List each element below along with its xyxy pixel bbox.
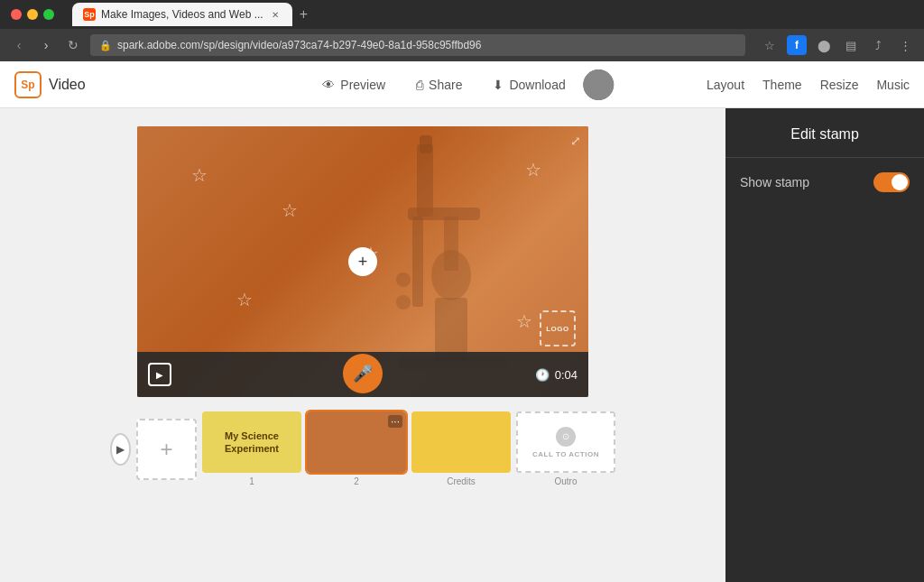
title-bar: Sp Make Images, Videos and Web ... ✕ + (0, 0, 924, 29)
address-text: spark.adobe.com/sp/design/video/a973ca74… (117, 39, 481, 51)
timeline-play-button[interactable]: ▶ (110, 433, 131, 466)
video-controls: ▶ 🎤 🕐 0:04 (137, 352, 588, 397)
refresh-button[interactable]: ↻ (63, 35, 83, 55)
slide-outro-background: ⊙ CALL TO ACTION (516, 411, 615, 473)
show-stamp-toggle[interactable] (873, 172, 910, 192)
slide-credits-label: Credits (447, 476, 476, 486)
tab-favicon: Sp (83, 8, 96, 21)
address-bar[interactable]: 🔒 spark.adobe.com/sp/design/video/a973ca… (90, 34, 745, 56)
show-stamp-label: Show stamp (740, 175, 809, 189)
slide-2-label: 2 (354, 476, 359, 486)
back-button[interactable]: ‹ (9, 35, 29, 55)
expand-icon[interactable]: ⤢ (570, 134, 581, 148)
slide-1[interactable]: My ScienceExperiment 1 (202, 411, 301, 486)
video-preview: ☆ ☆ ☆ ☆ ☆ ☆ + LOGO ⤢ ▶ 🎤 (137, 126, 588, 397)
slide-1-text: My ScienceExperiment (225, 430, 279, 456)
slide-credits-background (411, 411, 511, 473)
share-icon[interactable]: ⤴ (868, 35, 888, 55)
add-slide-button[interactable]: + (136, 419, 197, 480)
avatar-image (584, 69, 614, 100)
canvas-area: ☆ ☆ ☆ ☆ ☆ ☆ + LOGO ⤢ ▶ 🎤 (0, 108, 725, 582)
svg-point-3 (431, 250, 471, 300)
close-window-button[interactable] (11, 9, 22, 20)
slide-outro-thumbnail: ⊙ CALL TO ACTION (516, 411, 615, 473)
show-stamp-row: Show stamp (725, 158, 924, 207)
layout-nav-item[interactable]: Layout (707, 78, 744, 92)
toggle-knob (892, 174, 908, 190)
call-to-action-icon: ⊙ (556, 427, 576, 447)
app-container: Sp Video 👁 Preview ⎙ Share ⬇ Download La… (0, 61, 924, 582)
share-icon: ⎙ (416, 78, 423, 92)
add-content-button[interactable]: + (348, 247, 377, 276)
share-button[interactable]: ⎙ Share (403, 72, 475, 97)
clock-icon: 🕐 (535, 368, 550, 382)
download-icon: ⬇ (493, 78, 504, 92)
music-nav-item[interactable]: Music (876, 78, 910, 92)
right-panel: Edit stamp Show stamp (725, 108, 924, 582)
slide-outro[interactable]: ⊙ CALL TO ACTION Outro (516, 411, 615, 486)
resize-nav-item[interactable]: Resize (820, 78, 859, 92)
tab-bar: Sp Make Images, Videos and Web ... ✕ + (72, 3, 913, 26)
slide-outro-label: Outro (554, 476, 577, 486)
logo-stamp[interactable]: LOGO (540, 310, 576, 346)
bookmark-icon[interactable]: ☆ (760, 35, 780, 55)
facebook-icon[interactable]: f (787, 35, 807, 55)
maximize-window-button[interactable] (43, 9, 54, 20)
eye-icon: 👁 (322, 78, 335, 92)
play-button[interactable]: ▶ (148, 363, 171, 386)
app-header: Sp Video 👁 Preview ⎙ Share ⬇ Download La… (0, 61, 924, 108)
theme-nav-item[interactable]: Theme (762, 78, 802, 92)
lock-icon: 🔒 (99, 40, 112, 51)
panel-title: Edit stamp (725, 108, 924, 158)
active-tab[interactable]: Sp Make Images, Videos and Web ... ✕ (72, 3, 292, 26)
forward-button[interactable]: › (36, 35, 56, 55)
header-right-nav: Layout Theme Resize Music (598, 78, 910, 92)
header-center-actions: 👁 Preview ⎙ Share ⬇ Download (310, 69, 614, 100)
slide-2-thumbnail: ··· (307, 411, 406, 473)
slide-credits[interactable]: Credits (411, 411, 511, 486)
slide-more-button[interactable]: ··· (388, 415, 402, 428)
download-button[interactable]: ⬇ Download (480, 72, 578, 97)
traffic-lights (11, 9, 54, 20)
svg-rect-7 (412, 217, 423, 307)
slide-2[interactable]: ··· 2 (307, 411, 406, 486)
svg-rect-6 (420, 135, 432, 153)
extensions-icon[interactable]: ⬤ (814, 35, 834, 55)
minimize-window-button[interactable] (27, 9, 38, 20)
user-avatar[interactable] (584, 69, 614, 100)
tab-title: Make Images, Videos and Web ... (101, 8, 263, 21)
svg-point-9 (396, 295, 411, 309)
app-name: Video (49, 77, 86, 93)
main-area: ☆ ☆ ☆ ☆ ☆ ☆ + LOGO ⤢ ▶ 🎤 (0, 108, 924, 582)
tab-close-button[interactable]: ✕ (269, 8, 282, 21)
cast-icon[interactable]: ▤ (841, 35, 861, 55)
timeline: ▶ + My ScienceExperiment 1 (101, 411, 624, 486)
browser-actions: ☆ f ⬤ ▤ ⤴ ⋮ (760, 35, 915, 55)
svg-point-8 (396, 273, 411, 287)
microphone-button[interactable]: 🎤 (343, 354, 383, 393)
video-timer: 🕐 0:04 (535, 368, 578, 382)
call-to-action-text: CALL TO ACTION (532, 450, 599, 458)
svg-rect-0 (417, 144, 433, 217)
slide-1-thumbnail: My ScienceExperiment (202, 411, 301, 473)
slide-1-background: My ScienceExperiment (202, 411, 301, 473)
address-bar-row: ‹ › ↻ 🔒 spark.adobe.com/sp/design/video/… (0, 29, 924, 61)
new-tab-button[interactable]: + (296, 6, 311, 23)
app-logo: Sp Video (14, 71, 86, 98)
slide-credits-thumbnail (411, 411, 511, 473)
more-icon[interactable]: ⋮ (895, 35, 915, 55)
slide-1-label: 1 (249, 476, 254, 486)
preview-button[interactable]: 👁 Preview (310, 72, 398, 97)
spark-logo[interactable]: Sp (14, 71, 42, 98)
browser-chrome: Sp Make Images, Videos and Web ... ✕ + ‹… (0, 0, 924, 61)
